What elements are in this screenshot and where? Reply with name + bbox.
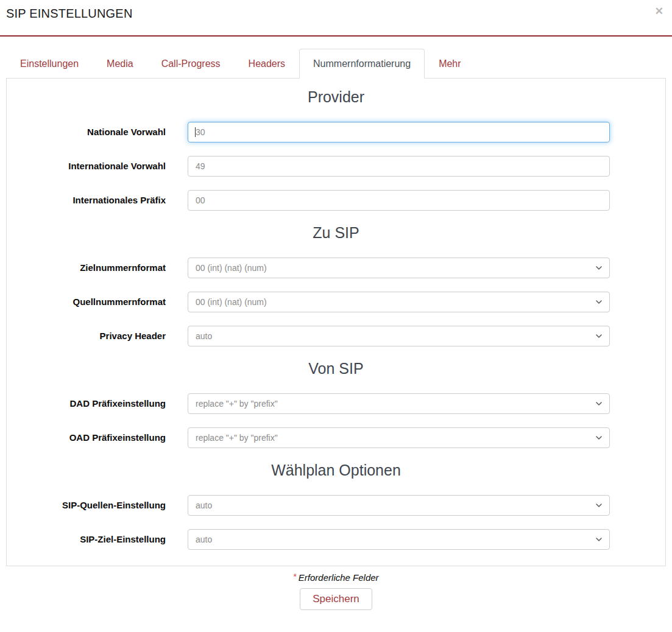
- form-row: SIP-Ziel-Einstellung auto: [19, 529, 653, 550]
- required-fields-note: *Erforderliche Felder: [0, 572, 672, 583]
- field-label: SIP-Quellen-Einstellung: [19, 500, 166, 511]
- required-asterisk: *: [293, 572, 298, 581]
- nationale-vorwahl-input[interactable]: [188, 122, 610, 142]
- form-row: Zielnummernformat 00 (int) (nat) (num): [19, 258, 653, 278]
- dialog-header: SIP EINSTELLUNGEN ✕: [0, 0, 672, 37]
- form-row: OAD Präfixeinstellung replace "+" by "pr…: [19, 427, 653, 448]
- form-row: Internationales Präfix: [19, 190, 653, 211]
- quellnummernformat-select[interactable]: 00 (int) (nat) (num): [188, 292, 610, 312]
- field-label: SIP-Ziel-Einstellung: [19, 534, 166, 545]
- internationales-praefix-input[interactable]: [188, 190, 610, 211]
- privacy-header-select[interactable]: auto: [188, 326, 610, 346]
- tab-einstellungen[interactable]: Einstellungen: [6, 49, 93, 79]
- form-row: Privacy Header auto: [19, 326, 653, 346]
- tab-bar: Einstellungen Media Call-Progress Header…: [6, 37, 666, 79]
- field-label: DAD Präfixeinstellung: [19, 398, 166, 409]
- form-row: DAD Präfixeinstellung replace "+" by "pr…: [19, 393, 653, 414]
- zielnummernformat-select[interactable]: 00 (int) (nat) (num): [188, 258, 610, 278]
- tab-mehr[interactable]: Mehr: [425, 49, 475, 79]
- section-heading-zu-sip: Zu SIP: [19, 224, 653, 242]
- field-label: Privacy Header: [19, 331, 166, 342]
- field-label: Zielnummernformat: [19, 262, 166, 273]
- field-label: Quellnummernformat: [19, 297, 166, 307]
- required-note-text: Erforderliche Felder: [299, 572, 379, 583]
- section-heading-von-sip: Von SIP: [19, 360, 653, 377]
- tab-content-panel: Provider Nationale Vorwahl International…: [6, 79, 666, 566]
- tab-call-progress[interactable]: Call-Progress: [147, 49, 235, 79]
- field-label: OAD Präfixeinstellung: [19, 432, 166, 443]
- section-heading-waehlplan-optionen: Wählplan Optionen: [19, 462, 653, 479]
- form-row: Nationale Vorwahl: [19, 122, 653, 142]
- dad-praefixeinstellung-select[interactable]: replace "+" by "prefix": [188, 393, 610, 414]
- dialog-title: SIP EINSTELLUNGEN: [6, 7, 133, 21]
- section-heading-provider: Provider: [19, 88, 653, 106]
- form-row: Quellnummernformat 00 (int) (nat) (num): [19, 292, 653, 312]
- field-label: Internationale Vorwahl: [19, 161, 166, 172]
- text-cursor: [195, 127, 196, 137]
- save-button[interactable]: Speichern: [300, 588, 372, 610]
- form-row: Internationale Vorwahl: [19, 156, 653, 177]
- field-label: Internationales Präfix: [19, 195, 166, 206]
- internationale-vorwahl-input[interactable]: [188, 156, 610, 177]
- tab-headers[interactable]: Headers: [235, 49, 299, 79]
- form-row: SIP-Quellen-Einstellung auto: [19, 495, 653, 516]
- tab-media[interactable]: Media: [93, 49, 147, 79]
- dialog-footer: *Erforderliche Felder Speichern: [0, 572, 672, 610]
- sip-quellen-einstellung-select[interactable]: auto: [188, 495, 610, 516]
- tab-nummernformatierung[interactable]: Nummernformatierung: [299, 49, 425, 79]
- sip-ziel-einstellung-select[interactable]: auto: [188, 529, 610, 550]
- field-label: Nationale Vorwahl: [19, 127, 166, 138]
- close-icon[interactable]: ✕: [654, 5, 665, 18]
- oad-praefixeinstellung-select[interactable]: replace "+" by "prefix": [188, 427, 610, 448]
